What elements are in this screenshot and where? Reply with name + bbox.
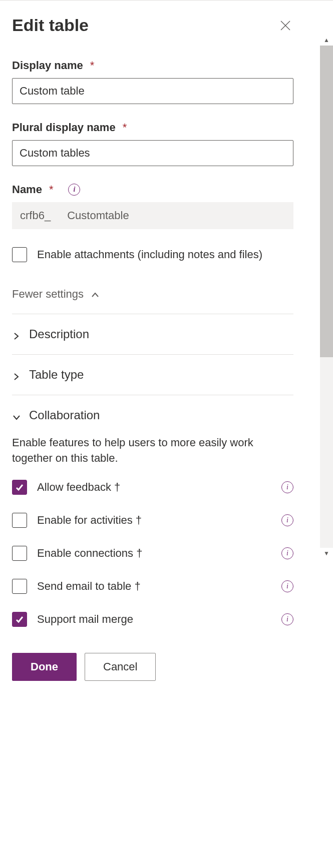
send-email-label: Send email to table † <box>37 580 271 593</box>
cancel-button[interactable]: Cancel <box>85 653 156 681</box>
divider <box>12 354 293 355</box>
name-field: Name* i crfb6_ Customtable <box>12 183 293 229</box>
mail-merge-row: Support mail merge i <box>12 612 293 627</box>
chevron-right-icon <box>12 370 21 379</box>
chevron-up-icon <box>91 290 100 299</box>
panel-footer: Done Cancel <box>0 641 333 693</box>
panel-title: Edit table <box>12 16 89 35</box>
collaboration-description: Enable features to help users to more ea… <box>12 435 293 466</box>
send-email-checkbox[interactable] <box>12 579 27 594</box>
plural-name-input[interactable] <box>12 140 293 166</box>
name-label: Name* i <box>12 183 293 196</box>
required-marker: * <box>90 59 95 72</box>
info-icon[interactable]: i <box>281 580 293 592</box>
close-button[interactable] <box>277 18 293 34</box>
divider <box>12 395 293 395</box>
mail-merge-checkbox[interactable] <box>12 612 27 627</box>
enable-connections-checkbox[interactable] <box>12 546 27 561</box>
enable-connections-row: Enable connections † i <box>12 546 293 561</box>
name-value: Customtable <box>59 202 293 229</box>
done-button[interactable]: Done <box>12 653 77 681</box>
scroll-region: Edit table Display name* Plural display … <box>0 1 305 641</box>
display-name-field: Display name* <box>12 59 293 104</box>
send-email-row: Send email to table † i <box>12 579 293 594</box>
edit-table-panel: Edit table Display name* Plural display … <box>0 0 333 693</box>
chevron-right-icon <box>12 330 21 339</box>
enable-activities-row: Enable for activities † i <box>12 513 293 528</box>
info-icon[interactable]: i <box>68 184 80 196</box>
info-icon[interactable]: i <box>281 547 293 559</box>
table-type-accordion[interactable]: Table type <box>12 368 293 382</box>
allow-feedback-checkbox[interactable] <box>12 480 27 495</box>
info-icon[interactable]: i <box>281 481 293 493</box>
attachments-checkbox[interactable] <box>12 247 27 262</box>
scroll-down-arrow[interactable]: ▼ <box>320 548 333 559</box>
attachments-row: Enable attachments (including notes and … <box>12 247 293 263</box>
check-icon <box>15 615 24 624</box>
plural-name-field: Plural display name* <box>12 121 293 166</box>
display-name-input[interactable] <box>12 78 293 104</box>
check-icon <box>15 483 24 492</box>
info-icon[interactable]: i <box>281 514 293 526</box>
scroll-up-arrow[interactable]: ▲ <box>320 35 333 46</box>
name-input-row: crfb6_ Customtable <box>12 202 293 229</box>
required-marker: * <box>123 121 127 134</box>
scrollbar-thumb[interactable] <box>320 46 333 357</box>
info-icon[interactable]: i <box>281 613 293 625</box>
required-marker: * <box>49 183 54 196</box>
display-name-label: Display name* <box>12 59 293 72</box>
plural-name-label: Plural display name* <box>12 121 293 134</box>
description-accordion[interactable]: Description <box>12 327 293 341</box>
allow-feedback-row: Allow feedback † i <box>12 480 293 495</box>
scrollbar-track[interactable]: ▲ ▼ <box>320 46 333 548</box>
enable-connections-label: Enable connections † <box>37 547 271 560</box>
panel-header: Edit table <box>12 16 293 35</box>
mail-merge-label: Support mail merge <box>37 613 271 626</box>
allow-feedback-label: Allow feedback † <box>37 481 271 494</box>
chevron-down-icon <box>12 411 21 420</box>
collaboration-accordion[interactable]: Collaboration <box>12 408 293 422</box>
enable-activities-label: Enable for activities † <box>37 514 271 527</box>
close-icon <box>280 20 291 31</box>
divider <box>12 314 293 314</box>
name-prefix: crfb6_ <box>12 202 59 229</box>
fewer-settings-toggle[interactable]: Fewer settings <box>12 288 293 301</box>
attachments-label: Enable attachments (including notes and … <box>37 247 262 263</box>
enable-activities-checkbox[interactable] <box>12 513 27 528</box>
